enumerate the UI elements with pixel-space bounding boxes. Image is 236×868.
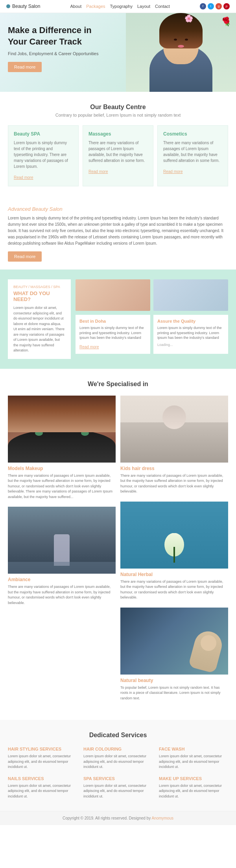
massages-text: There are many variations of passages of… xyxy=(88,140,148,164)
spec-col-left: Models Makeup There are many variations … xyxy=(8,396,116,708)
what-image-1 xyxy=(76,279,150,311)
what-card-best-in-doha: Best in Doha Lorem Ipsum is simply dummy… xyxy=(76,315,150,354)
specialised-section: We're Specialised in Models Makeup There… xyxy=(0,369,236,720)
what-grid: BEAUTY / MASSAGES / SPA WHAT DO YOU NEED… xyxy=(8,279,228,359)
natural-herbal-text: There are many variations of passages of… xyxy=(120,579,228,600)
natural-beauty-title: Natural beauty xyxy=(120,678,228,683)
beauty-centre-title: Our Beauty Centre xyxy=(8,104,228,111)
service-card-cosmetics: Cosmetics There are many variations of p… xyxy=(157,125,228,186)
specialised-title: We're Specialised in xyxy=(8,381,228,388)
cosmetics-read-more[interactable]: Read more xyxy=(163,169,183,174)
quality-title: Assure the Quality xyxy=(157,319,224,323)
nav-typography[interactable]: Typography xyxy=(110,4,133,9)
hero-title: Make a Difference in Your Career Track xyxy=(8,25,110,47)
logo-dot xyxy=(6,4,10,8)
massages-title: Massages xyxy=(88,131,148,137)
nav-logo: Beauty Salon xyxy=(6,4,40,9)
cosmetics-text: There are many variations of passages of… xyxy=(163,140,222,164)
spa-read-more[interactable]: Read more xyxy=(14,175,33,180)
advanced-beauty-cta[interactable]: Read more xyxy=(8,251,42,262)
ded-item-hair-styling: HAIR STYLING SERVICES Lorem ipsum dolor … xyxy=(8,747,77,770)
advanced-beauty-title: Advanced Beauty Salon xyxy=(8,206,228,212)
ambiance-title: Ambiance xyxy=(8,577,116,582)
hero-subtitle: Find Jobs, Employment & Career Opportuni… xyxy=(8,51,110,56)
kids-hair-text: There are many variations of passages of… xyxy=(120,473,228,494)
advanced-beauty-section: Advanced Beauty Salon Lorem Ipsum is sim… xyxy=(0,198,236,270)
hair-styling-text: Lorem ipsum dolor sit amet, consectetur … xyxy=(8,754,77,770)
spec-col-right: Kids hair dress There are many variation… xyxy=(120,396,228,708)
spa-services-text: Lorem ipsum dolor sit amet, consectetur … xyxy=(83,783,153,799)
service-card-massages: Massages There are many variations of pa… xyxy=(83,125,153,186)
massages-read-more[interactable]: Read more xyxy=(88,169,108,174)
hero-text: Make a Difference in Your Career Track F… xyxy=(8,25,110,72)
nails-title: NAILS SERVICES xyxy=(8,776,77,781)
models-makeup-title: Models Makeup xyxy=(8,466,116,471)
footer-designer-link[interactable]: Anomymous xyxy=(151,816,173,820)
spec-item-ambiance: Ambiance There are many variations of pa… xyxy=(8,507,116,606)
models-makeup-image xyxy=(8,396,116,463)
what-images xyxy=(76,279,228,311)
spa-text: Lorem Ipsum is simply dummy text of the … xyxy=(14,140,73,169)
dedicated-grid: HAIR STYLING SERVICES Lorem ipsum dolor … xyxy=(8,747,228,799)
nav-contact[interactable]: Contact xyxy=(155,4,170,9)
models-makeup-text: There are many variations of passages of… xyxy=(8,473,116,500)
hero-section: Make a Difference in Your Career Track F… xyxy=(0,13,236,92)
what-section: BEAUTY / MASSAGES / SPA WHAT DO YOU NEED… xyxy=(0,270,236,369)
beauty-centre-section: Our Beauty Centre Contrary to popular be… xyxy=(0,92,236,198)
natural-beauty-image xyxy=(120,608,228,675)
ded-item-hair-colouring: HAIR COLOURING Lorem ipsum dolor sit ame… xyxy=(83,747,153,770)
nav-packages[interactable]: Packages xyxy=(86,4,105,9)
what-card-quality: Assure the Quality Lorem Ipsum is simply… xyxy=(153,315,228,354)
spec-item-models-makeup: Models Makeup There are many variations … xyxy=(8,396,116,500)
dedicated-services-section: Dedicated Services HAIR STYLING SERVICES… xyxy=(0,720,236,811)
natural-herbal-image xyxy=(120,502,228,569)
face-wash-title: FACE WASH xyxy=(159,747,228,751)
navbar: Beauty Salon About Packages Typography L… xyxy=(0,0,236,13)
beauty-centre-subtitle: Contrary to popular belief, Lorem Ipsum … xyxy=(8,113,228,117)
footer: Copyright © 2019. All rights reserved. D… xyxy=(0,811,236,825)
ambiance-image xyxy=(8,507,116,574)
what-text: Lorem ipsum dolor sit amet, consectetur … xyxy=(13,305,65,353)
hair-colouring-text: Lorem ipsum dolor sit amet, consectetur … xyxy=(83,754,153,770)
makeup-text: Lorem ipsum dolor sit amet, consectetur … xyxy=(159,783,228,799)
best-doha-text: Lorem Ipsum is simply dummy text of the … xyxy=(79,325,146,340)
ded-item-face-wash: FACE WASH Lorem ipsum dolor sit amet, co… xyxy=(159,747,228,770)
service-card-spa: Beauty SPA Lorem Ipsum is simply dummy t… xyxy=(8,125,79,186)
spec-item-natural-herbal: Natural Herbal There are many variations… xyxy=(120,502,228,600)
quality-text: Lorem Ipsum is simply dummy text of the … xyxy=(157,325,224,340)
spec-item-kids-hair: Kids hair dress There are many variation… xyxy=(120,396,228,494)
ded-item-spa: SPA SERVICES Lorem ipsum dolor sit amet,… xyxy=(83,776,153,799)
hero-image: 🌸 🌹 xyxy=(126,13,236,92)
hero-cta-button[interactable]: Read more xyxy=(8,62,42,72)
nails-text: Lorem ipsum dolor sit amet, consectetur … xyxy=(8,783,77,799)
services-grid: Beauty SPA Lorem Ipsum is simply dummy t… xyxy=(8,125,228,186)
face-wash-text: Lorem ipsum dolor sit amet, consectetur … xyxy=(159,754,228,770)
what-left-card: BEAUTY / MASSAGES / SPA WHAT DO YOU NEED… xyxy=(8,279,71,359)
ded-item-makeup: MAKE UP SERVICES Lorem ipsum dolor sit a… xyxy=(159,776,228,799)
pinterest-icon[interactable]: p xyxy=(223,3,230,9)
ded-item-nails: NAILS SERVICES Lorem ipsum dolor sit ame… xyxy=(8,776,77,799)
natural-herbal-title: Natural Herbal xyxy=(120,572,228,577)
logo-text: Beauty Salon xyxy=(12,4,40,9)
nav-about[interactable]: About xyxy=(70,4,81,9)
footer-text: Copyright © 2019. All rights reserved. D… xyxy=(63,816,151,820)
makeup-title: MAKE UP SERVICES xyxy=(159,776,228,781)
nav-links: About Packages Typography Layout Contact xyxy=(70,4,170,9)
kids-hair-image xyxy=(120,396,228,463)
spec-item-natural-beauty: Natural beauty To popular belief, Lorem … xyxy=(120,608,228,701)
ambiance-text: There are many variations of passages of… xyxy=(8,584,116,606)
what-cards: Best in Doha Lorem Ipsum is simply dummy… xyxy=(76,315,228,354)
what-tag: BEAUTY / MASSAGES / SPA xyxy=(13,285,65,289)
what-right: Best in Doha Lorem Ipsum is simply dummy… xyxy=(76,279,228,359)
spa-title: Beauty SPA xyxy=(14,131,73,137)
best-doha-read-more[interactable]: Read more xyxy=(79,345,99,349)
dedicated-title: Dedicated Services xyxy=(8,732,228,739)
natural-beauty-text: To popular belief, Lorem Ipsum is not si… xyxy=(120,685,228,701)
advanced-beauty-text: Lorem Ipsum is simply dummy text of the … xyxy=(8,215,228,247)
nav-layout[interactable]: Layout xyxy=(137,4,150,9)
googleplus-icon[interactable]: g xyxy=(216,3,222,9)
twitter-icon[interactable]: t xyxy=(208,3,214,9)
hair-colouring-title: HAIR COLOURING xyxy=(83,747,153,751)
hair-styling-title: HAIR STYLING SERVICES xyxy=(8,747,77,751)
facebook-icon[interactable]: f xyxy=(200,3,206,9)
